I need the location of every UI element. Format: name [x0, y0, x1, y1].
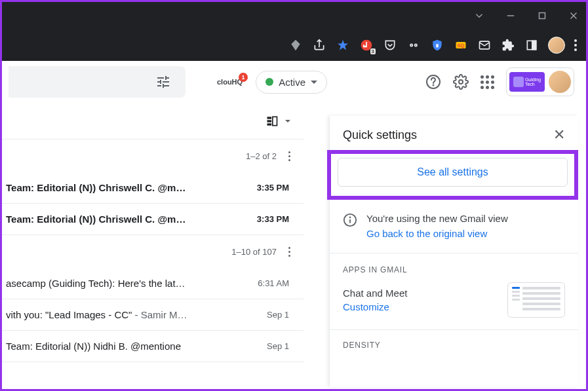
chevron-down-icon[interactable] [473, 10, 485, 22]
see-all-highlight: See all settings [327, 150, 578, 200]
more-icon[interactable] [288, 151, 290, 161]
split-pane-icon[interactable] [265, 115, 279, 128]
account-avatar[interactable] [549, 71, 571, 93]
svg-point-16 [433, 85, 434, 86]
gmail-header: clouHQ 1 Active GuidingTech [2, 61, 586, 103]
email-row[interactable]: asecamp (Guiding Tech): Here's the lat…6… [2, 268, 304, 299]
email-subject: vith you: "Lead Images - CC" [6, 309, 135, 320]
email-subject: Team: Editorial (N)) Chriswell C. @m… [6, 214, 186, 225]
browser-profile-avatar[interactable] [548, 37, 565, 54]
svg-rect-21 [273, 117, 277, 125]
count-row-1: 1–2 of 2 [2, 140, 304, 172]
panel-icon[interactable] [524, 38, 539, 52]
browser-toolbar: 3 SQ [2, 29, 586, 61]
email-time: Sep 1 [267, 310, 289, 320]
pocket-icon[interactable] [383, 38, 397, 52]
svg-rect-14 [532, 41, 536, 49]
status-dot [265, 78, 273, 86]
svg-point-17 [459, 80, 463, 84]
new-view-text: You're using the new Gmail view [366, 212, 508, 227]
close-icon[interactable] [568, 10, 579, 22]
info-icon [343, 213, 357, 227]
minimize-icon[interactable] [505, 10, 517, 22]
email-sender: - Samir M… [135, 309, 187, 320]
email-list-area: 1–2 of 2 Team: Editorial (N)) Chriswell … [2, 103, 304, 389]
svg-rect-1 [539, 13, 545, 19]
svg-rect-20 [267, 123, 272, 125]
eyes-icon[interactable] [406, 38, 421, 52]
status-pill[interactable]: Active [256, 71, 327, 94]
shield-icon[interactable] [430, 38, 444, 52]
email-row[interactable]: vith you: "Lead Images - CC" - Samir M…S… [2, 299, 304, 331]
email-time: 3:35 PM [257, 183, 289, 193]
share-icon[interactable] [312, 38, 326, 52]
maximize-icon[interactable] [536, 10, 548, 22]
adblock-icon[interactable]: 3 [359, 38, 374, 52]
quick-settings-title: Quick settings [343, 128, 417, 142]
svg-text:SQ: SQ [458, 43, 465, 48]
more-icon[interactable] [288, 247, 290, 257]
diamond-icon[interactable] [288, 38, 303, 52]
quick-settings-panel: Quick settings ✕ See all settings You're… [329, 116, 578, 387]
email-subject: Team: Editorial (N)) Nidhi B. @mentione [6, 341, 181, 352]
svg-rect-19 [267, 120, 272, 122]
density-section-label: DENSITY [343, 341, 565, 350]
svg-point-7 [411, 45, 412, 46]
svg-point-24 [350, 217, 351, 217]
cloudhq-logo[interactable]: clouHQ 1 [217, 78, 243, 86]
chat-meet-label: Chat and Meet [343, 288, 407, 299]
count-text: 1–10 of 107 [231, 247, 277, 257]
account-box[interactable]: GuidingTech [506, 67, 574, 96]
cloudhq-badge: 1 [239, 73, 248, 82]
mail-icon[interactable] [477, 38, 492, 52]
layout-preview[interactable] [507, 282, 565, 318]
count-row-2: 1–10 of 107 [2, 235, 304, 268]
count-text: 1–2 of 2 [246, 151, 277, 161]
email-row[interactable]: Team: Editorial (N)) Chriswell C. @m…3:3… [2, 172, 304, 204]
chevron-down-icon[interactable] [285, 120, 290, 122]
status-text: Active [279, 77, 305, 88]
list-toolbar [2, 103, 304, 140]
email-subject: Team: Editorial (N)) Chriswell C. @m… [6, 182, 186, 193]
see-all-settings-button[interactable]: See all settings [338, 158, 568, 187]
window-titlebar [2, 2, 586, 29]
apps-icon[interactable] [480, 75, 494, 89]
extensions-icon[interactable] [501, 38, 515, 52]
gear-icon[interactable] [453, 74, 469, 90]
svg-rect-9 [436, 44, 438, 47]
help-icon[interactable] [425, 74, 441, 90]
email-time: 6:31 AM [258, 278, 289, 288]
email-row[interactable]: Team: Editorial (N)) Chriswell C. @m…3:3… [2, 204, 304, 235]
search-bar-end[interactable] [9, 66, 186, 98]
sq-icon[interactable]: SQ [454, 38, 468, 52]
email-time: Sep 1 [267, 341, 289, 351]
email-row[interactable]: Team: Editorial (N)) Nidhi B. @mentioneS… [2, 331, 304, 362]
email-time: 3:33 PM [257, 214, 289, 224]
guiding-tech-logo: GuidingTech [509, 72, 545, 92]
tune-icon[interactable] [155, 74, 171, 90]
star-icon[interactable] [336, 38, 350, 52]
email-subject: asecamp (Guiding Tech): Here's the lat… [6, 278, 186, 289]
customize-link[interactable]: Customize [343, 301, 407, 312]
svg-point-8 [416, 45, 417, 46]
chevron-down-icon [311, 81, 317, 84]
browser-menu-icon[interactable] [574, 39, 577, 51]
go-back-link[interactable]: Go back to the original view [366, 227, 508, 242]
adblock-badge: 3 [370, 48, 376, 54]
apps-section-label: APPS IN GMAIL [343, 265, 565, 274]
close-icon[interactable]: ✕ [553, 126, 565, 143]
svg-rect-18 [267, 117, 272, 119]
